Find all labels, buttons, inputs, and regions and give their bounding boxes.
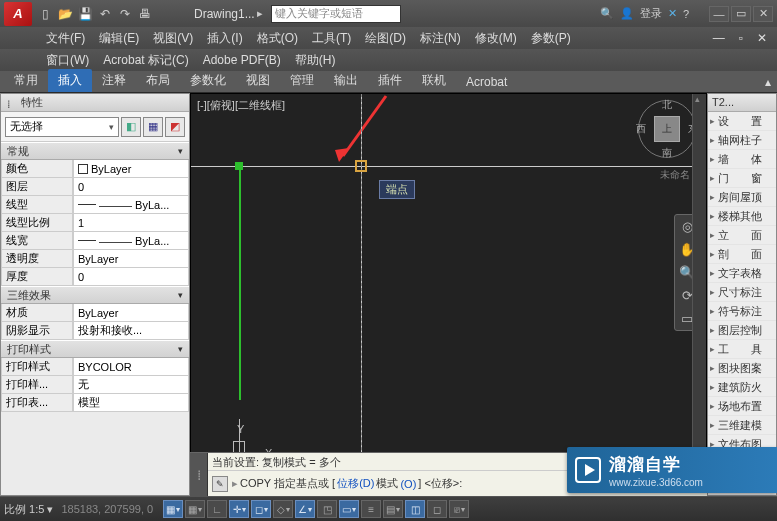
otrack-toggle[interactable]: ∠ — [295, 500, 315, 518]
snap-toggle[interactable]: ▦ — [163, 500, 183, 518]
prop-value[interactable]: ByLayer — [73, 160, 189, 178]
palette-item[interactable]: 设 置 — [708, 112, 776, 131]
drawn-line[interactable] — [239, 168, 241, 400]
mdi-restore[interactable]: ▫ — [739, 31, 743, 45]
title-dropdown-icon[interactable]: ▸ — [257, 7, 263, 20]
menu-acrobat-mark[interactable]: Acrobat 标记(C) — [103, 52, 188, 69]
viewcube[interactable]: 上 北 南 东 西 — [638, 100, 696, 158]
command-grip-icon[interactable]: ⁞ — [190, 453, 208, 496]
tab-view[interactable]: 视图 — [236, 69, 280, 92]
line-endpoint-grip[interactable] — [235, 162, 243, 170]
prop-value[interactable]: ——— ByLa... — [73, 232, 189, 250]
tab-addins[interactable]: 插件 — [368, 69, 412, 92]
palette-item[interactable]: 立 面 — [708, 226, 776, 245]
palette-item[interactable]: 尺寸标注 — [708, 283, 776, 302]
palette-item[interactable]: 场地布置 — [708, 397, 776, 416]
search-icon[interactable]: 🔍 — [600, 7, 614, 20]
view-label[interactable]: [-][俯视][二维线框] — [197, 98, 285, 113]
tab-manage[interactable]: 管理 — [280, 69, 324, 92]
pickadd-button[interactable]: ▦ — [143, 117, 163, 137]
section-print[interactable]: 打印样式 — [1, 340, 189, 358]
menu-dim[interactable]: 标注(N) — [420, 30, 461, 47]
viewcube-top[interactable]: 上 — [654, 116, 680, 142]
palette-item[interactable]: 轴网柱子 — [708, 131, 776, 150]
drawing-canvas[interactable]: [-][俯视][二维线框] 上 北 南 东 西 未命名 ▾ ◎ ✋ 🔍 ⟳ ▭ … — [190, 93, 707, 496]
palette-item[interactable]: 墙 体 — [708, 150, 776, 169]
palette-item[interactable]: 建筑防火 — [708, 378, 776, 397]
grid-toggle[interactable]: ▦ — [185, 500, 205, 518]
open-icon[interactable]: 📂 — [56, 5, 74, 23]
lwt-toggle[interactable]: ≡ — [361, 500, 381, 518]
menu-format[interactable]: 格式(O) — [257, 30, 298, 47]
palette-item[interactable]: 文字表格 — [708, 264, 776, 283]
select-objects-button[interactable]: ◩ — [165, 117, 185, 137]
prop-value[interactable]: 模型 — [73, 394, 189, 412]
qp-toggle[interactable]: ◫ — [405, 500, 425, 518]
tab-acrobat[interactable]: Acrobat — [456, 72, 517, 92]
tab-output[interactable]: 输出 — [324, 69, 368, 92]
selection-dropdown[interactable]: 无选择 — [5, 117, 119, 137]
exchange-icon[interactable]: ✕ — [668, 7, 677, 20]
3dosnap-toggle[interactable]: ◇ — [273, 500, 293, 518]
restore-button[interactable]: ▭ — [731, 6, 751, 22]
prop-value[interactable]: ——— ByLa... — [73, 196, 189, 214]
tab-online[interactable]: 联机 — [412, 69, 456, 92]
section-3d[interactable]: 三维效果 — [1, 286, 189, 304]
panel-grip-icon[interactable]: ⁞ — [7, 98, 17, 108]
search-input[interactable]: 键入关键字或短语 — [271, 5, 401, 23]
palette-item[interactable]: 工 具 — [708, 340, 776, 359]
dyn-toggle[interactable]: ▭ — [339, 500, 359, 518]
menu-modify[interactable]: 修改(M) — [475, 30, 517, 47]
menu-edit[interactable]: 编辑(E) — [99, 30, 139, 47]
palette-item[interactable]: 图块图案 — [708, 359, 776, 378]
minimize-button[interactable]: — — [709, 6, 729, 22]
palette-item[interactable]: 三维建模 — [708, 416, 776, 435]
redo-icon[interactable]: ↷ — [116, 5, 134, 23]
quickselect-button[interactable]: ◧ — [121, 117, 141, 137]
orbit-icon[interactable]: ⟳ — [682, 288, 693, 303]
palette-item[interactable]: 房间屋顶 — [708, 188, 776, 207]
menu-draw[interactable]: 绘图(D) — [365, 30, 406, 47]
navwheel-icon[interactable]: ◎ — [682, 219, 693, 234]
ortho-toggle[interactable]: ∟ — [207, 500, 227, 518]
viewcube-north[interactable]: 北 — [662, 98, 672, 112]
scale-control[interactable]: 比例 1:5 ▾ — [4, 502, 53, 517]
menu-tools[interactable]: 工具(T) — [312, 30, 351, 47]
mdi-minimize[interactable]: — — [713, 31, 725, 45]
prop-value[interactable]: 0 — [73, 178, 189, 196]
prop-value[interactable]: ByLayer — [73, 250, 189, 268]
menu-file[interactable]: 文件(F) — [46, 30, 85, 47]
tab-home[interactable]: 常用 — [4, 69, 48, 92]
palette-item[interactable]: 门 窗 — [708, 169, 776, 188]
login-link[interactable]: 登录 — [640, 6, 662, 21]
menu-insert[interactable]: 插入(I) — [207, 30, 242, 47]
vertical-scrollbar[interactable] — [692, 94, 706, 477]
polar-toggle[interactable]: ✛ — [229, 500, 249, 518]
sc-toggle[interactable]: ◻ — [427, 500, 447, 518]
new-icon[interactable]: ▯ — [36, 5, 54, 23]
viewcube-west[interactable]: 西 — [636, 122, 646, 136]
command-option-mode[interactable]: (O) — [400, 478, 416, 490]
help-icon[interactable]: ? — [683, 8, 689, 20]
ribbon-collapse-icon[interactable]: ▴ — [755, 72, 777, 92]
am-toggle[interactable]: ⎚ — [449, 500, 469, 518]
tab-layout[interactable]: 布局 — [136, 69, 180, 92]
close-button[interactable]: ✕ — [753, 6, 773, 22]
ducs-toggle[interactable]: ◳ — [317, 500, 337, 518]
menu-window[interactable]: 窗口(W) — [46, 52, 89, 69]
viewcube-south[interactable]: 南 — [662, 146, 672, 160]
menu-param[interactable]: 参数(P) — [531, 30, 571, 47]
prop-value[interactable]: 无 — [73, 376, 189, 394]
tab-annotate[interactable]: 注释 — [92, 69, 136, 92]
save-icon[interactable]: 💾 — [76, 5, 94, 23]
osnap-toggle[interactable]: ◻ — [251, 500, 271, 518]
menu-view[interactable]: 视图(V) — [153, 30, 193, 47]
tab-insert[interactable]: 插入 — [48, 69, 92, 92]
prop-value[interactable]: 0 — [73, 268, 189, 286]
command-option-displacement[interactable]: 位移(D) — [337, 476, 374, 491]
palette-item[interactable]: 图层控制 — [708, 321, 776, 340]
menu-help[interactable]: 帮助(H) — [295, 52, 336, 69]
section-general[interactable]: 常规 — [1, 142, 189, 160]
palette-item[interactable]: 符号标注 — [708, 302, 776, 321]
tab-parametric[interactable]: 参数化 — [180, 69, 236, 92]
